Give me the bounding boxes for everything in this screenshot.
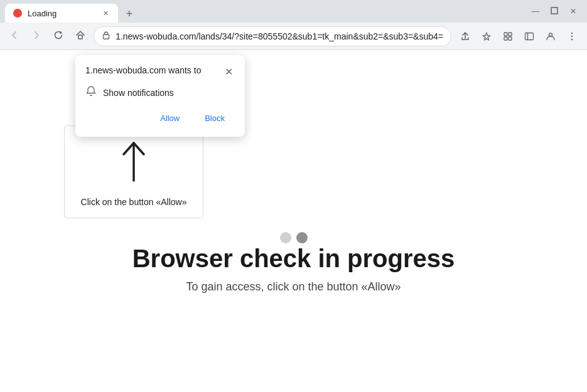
window-controls: — ✕ [527, 3, 582, 20]
svg-rect-4 [504, 33, 507, 36]
back-button[interactable] [5, 26, 23, 46]
svg-point-0 [13, 9, 22, 18]
nav-actions [455, 26, 582, 46]
arrow-up-icon [115, 137, 153, 192]
tab-close-button[interactable]: ✕ [100, 8, 110, 18]
instruction-box: Click on the button «Allow» [64, 125, 203, 218]
dot-2 [296, 232, 308, 243]
new-tab-button[interactable]: + [121, 5, 138, 23]
svg-rect-7 [509, 37, 512, 40]
svg-rect-3 [104, 34, 109, 39]
dot-1 [280, 232, 291, 243]
home-button[interactable] [72, 26, 90, 46]
tab-title: Loading [28, 9, 95, 18]
reload-icon [53, 30, 63, 43]
lock-icon [102, 31, 110, 41]
browser-window: Loading ✕ + — ✕ [0, 0, 587, 392]
restore-button[interactable] [546, 3, 563, 20]
main-content: Browser check in progress To gain access… [0, 245, 587, 294]
bookmark-button[interactable] [477, 26, 497, 46]
share-icon [460, 31, 470, 41]
url-text: 1.news-wobuda.com/lands/34/?site=8055502… [116, 31, 443, 41]
more-icon [567, 31, 577, 41]
minimize-icon: — [532, 7, 539, 16]
home-icon [75, 30, 85, 43]
page-content: 1.news-wobuda.com wants to ✕ Show notifi… [0, 50, 587, 392]
restore-icon [551, 7, 558, 16]
close-button[interactable]: ✕ [564, 3, 582, 20]
notification-label: Show notifications [103, 88, 174, 98]
active-tab[interactable]: Loading ✕ [5, 4, 118, 23]
popup-row: Show notifications [85, 85, 235, 100]
svg-rect-8 [525, 33, 534, 40]
title-bar: Loading ✕ + — ✕ [0, 0, 587, 23]
bell-icon [85, 85, 97, 100]
extensions-button[interactable] [498, 26, 518, 46]
svg-rect-6 [504, 37, 507, 40]
popup-header: 1.news-wobuda.com wants to ✕ [85, 65, 235, 78]
tab-strip: Loading ✕ + [5, 0, 522, 23]
forward-icon [31, 30, 41, 43]
minimize-button[interactable]: — [527, 3, 544, 20]
share-button[interactable] [455, 26, 475, 46]
svg-point-12 [571, 35, 573, 36]
forward-button[interactable] [27, 26, 45, 46]
popup-close-button[interactable]: ✕ [222, 65, 235, 78]
allow-button[interactable]: Allow [150, 110, 190, 127]
notification-popup: 1.news-wobuda.com wants to ✕ Show notifi… [75, 55, 245, 137]
extensions-icon [503, 31, 513, 41]
close-icon: ✕ [570, 7, 576, 16]
svg-rect-1 [551, 8, 557, 14]
main-heading: Browser check in progress [25, 245, 562, 273]
address-bar[interactable]: 1.news-wobuda.com/lands/34/?site=8055502… [94, 26, 451, 46]
instruction-text: Click on the button «Allow» [81, 197, 187, 207]
nav-bar: 1.news-wobuda.com/lands/34/?site=8055502… [0, 23, 587, 50]
block-button[interactable]: Block [195, 110, 235, 127]
svg-rect-5 [509, 33, 512, 36]
profile-button[interactable] [541, 26, 561, 46]
main-subtext: To gain access, click on the button «All… [25, 280, 562, 294]
profile-icon [546, 31, 556, 41]
sidebar-icon [524, 31, 534, 41]
loading-dots [0, 232, 587, 243]
svg-rect-2 [78, 35, 82, 39]
popup-actions: Allow Block [85, 110, 235, 127]
svg-point-11 [571, 32, 573, 33]
back-icon [9, 30, 19, 43]
svg-point-13 [571, 38, 573, 40]
popup-title: 1.news-wobuda.com wants to [85, 65, 201, 75]
more-button[interactable] [562, 26, 582, 46]
star-icon [482, 31, 492, 41]
tab-favicon [13, 8, 23, 18]
reload-button[interactable] [50, 26, 68, 46]
sidebar-button[interactable] [519, 26, 539, 46]
